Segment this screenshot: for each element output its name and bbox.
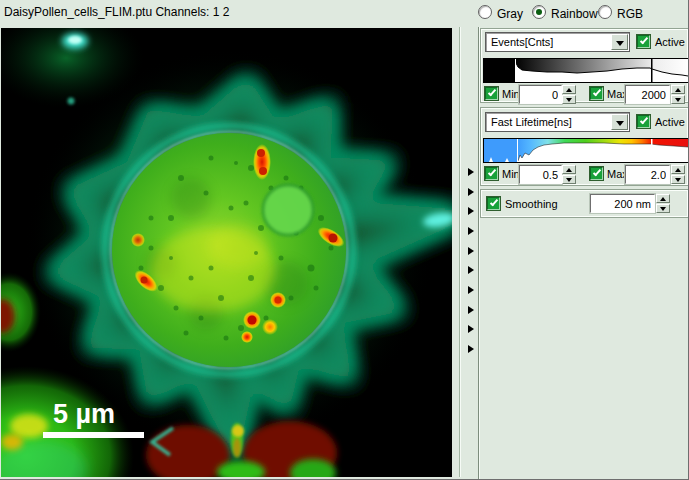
expand-arrow-icon[interactable] xyxy=(468,188,476,197)
radio-rgb[interactable] xyxy=(598,5,612,19)
lifetime-max-checkbox[interactable] xyxy=(589,166,604,181)
spinner-up-icon[interactable] xyxy=(656,194,670,203)
lifetime-min-checkbox[interactable] xyxy=(484,166,499,181)
checkmark-icon xyxy=(593,168,601,177)
spinner-up-icon[interactable] xyxy=(562,85,576,94)
lifetime-max-spinner xyxy=(671,165,685,184)
smoothing-label: Smoothing xyxy=(505,198,558,210)
events-max-spinner xyxy=(671,85,685,104)
panel-gutter xyxy=(452,27,478,480)
pollen-body xyxy=(112,133,346,367)
lifetime-parameter-dropdown[interactable]: Fast Lifetime[ns] xyxy=(485,112,630,132)
events-parameter-dropdown[interactable]: Events[Cnts] xyxy=(485,32,630,52)
expand-arrow-icon[interactable] xyxy=(468,325,476,334)
lifetime-active-checkbox[interactable] xyxy=(636,114,651,129)
events-active-label: Active xyxy=(655,36,685,48)
lifetime-min-label: Min xyxy=(502,168,520,180)
events-active-checkbox[interactable] xyxy=(636,34,651,49)
lifetime-min-spinner xyxy=(562,165,576,184)
lifetime-parameter-value: Fast Lifetime[ns] xyxy=(491,116,572,128)
min-marker-line xyxy=(517,139,518,162)
spinner-down-icon[interactable] xyxy=(562,175,576,184)
checkmark-icon xyxy=(593,88,601,97)
radio-gray[interactable] xyxy=(478,5,492,19)
radio-rgb-label: RGB xyxy=(617,7,643,21)
spinner-down-icon[interactable] xyxy=(656,204,670,213)
window-title: DaisyPollen_cells_FLIM.ptu Channels: 1 2 xyxy=(4,5,229,19)
expand-arrow-icon[interactable] xyxy=(468,306,476,315)
radio-rainbow[interactable] xyxy=(532,5,546,19)
chevron-down-icon[interactable] xyxy=(611,114,628,130)
expand-arrow-icon[interactable] xyxy=(468,266,476,275)
events-min-input[interactable] xyxy=(519,85,562,104)
spinner-up-icon[interactable] xyxy=(671,85,685,94)
radio-rainbow-label: Rainbow xyxy=(551,7,598,21)
scale-bar-label: 5 µm xyxy=(53,399,115,429)
events-max-input[interactable] xyxy=(625,85,670,104)
checkmark-icon xyxy=(640,36,648,45)
lifetime-active-label: Active xyxy=(655,116,685,128)
expand-arrow-icon[interactable] xyxy=(468,286,476,295)
expand-arrow-icon[interactable] xyxy=(468,168,476,177)
lifetime-group: Fast Lifetime[ns] Active xyxy=(480,107,689,186)
events-min-label: Min xyxy=(502,88,520,100)
smoothing-checkbox[interactable] xyxy=(486,196,501,211)
expand-arrow-icon[interactable] xyxy=(468,247,476,256)
events-parameter-value: Events[Cnts] xyxy=(491,36,553,48)
expand-arrow-icon[interactable] xyxy=(468,345,476,354)
expand-arrow-icon[interactable] xyxy=(468,227,476,236)
checkmark-icon xyxy=(488,168,496,177)
spinner-up-icon[interactable] xyxy=(562,165,576,174)
lifetime-min-input[interactable] xyxy=(519,165,562,184)
radio-gray-label: Gray xyxy=(497,7,523,21)
lifetime-histogram[interactable] xyxy=(483,138,689,163)
max-marker-line xyxy=(651,59,653,82)
max-marker-line xyxy=(651,139,653,162)
gutter-groove-highlight xyxy=(460,27,461,477)
smoothing-group: Smoothing xyxy=(480,189,689,218)
events-group: Events[Cnts] Active xyxy=(480,28,689,103)
checkmark-icon xyxy=(488,88,496,97)
events-histogram[interactable] xyxy=(483,58,689,83)
events-max-checkbox[interactable] xyxy=(589,86,604,101)
checkmark-icon xyxy=(640,116,648,125)
lifetime-max-input[interactable] xyxy=(625,165,670,184)
events-min-spinner xyxy=(562,85,576,104)
events-min-checkbox[interactable] xyxy=(484,86,499,101)
smoothing-input[interactable] xyxy=(590,194,655,213)
smoothing-spinner xyxy=(656,194,670,213)
vacuole xyxy=(263,185,313,235)
chevron-down-icon[interactable] xyxy=(611,34,628,50)
spinner-up-icon[interactable] xyxy=(671,165,685,174)
radio-dot-icon xyxy=(536,9,542,15)
spinner-down-icon[interactable] xyxy=(562,95,576,104)
flim-image-view[interactable]: 5 µm xyxy=(1,28,452,477)
flim-viewer-window: DaisyPollen_cells_FLIM.ptu Channels: 1 2… xyxy=(0,0,689,480)
checkmark-icon xyxy=(490,198,498,207)
control-panel: Events[Cnts] Active xyxy=(478,27,689,480)
spinner-down-icon[interactable] xyxy=(671,175,685,184)
expand-arrow-icon[interactable] xyxy=(468,207,476,216)
spinner-down-icon[interactable] xyxy=(671,95,685,104)
